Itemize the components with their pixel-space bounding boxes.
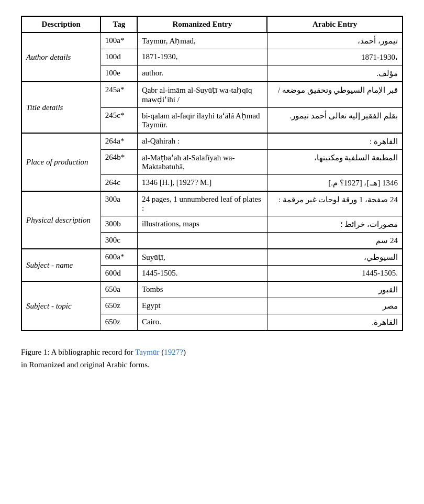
cell-description: Physical description <box>21 191 101 249</box>
cell-romanized: 1871-1930, <box>137 49 267 65</box>
table-header-row: Description Tag Romanized Entry Arabic E… <box>21 16 403 32</box>
cell-arabic: مؤلف. <box>267 65 403 82</box>
cell-arabic: قبر الإمام السيوطي وتحقيق موضعه / <box>267 82 403 108</box>
caption-middle: ( <box>159 348 164 356</box>
cell-arabic: 24 صفحة، 1 ورقة لوحات غير مرقمة : <box>267 191 403 216</box>
table-row: Physical description300a24 pages, 1 unnu… <box>21 191 403 216</box>
cell-arabic: القاهرة : <box>267 133 403 150</box>
cell-romanized: 24 pages, 1 unnumbered leaf of plates : <box>137 191 267 216</box>
cell-tag: 100a* <box>101 32 137 49</box>
bibliographic-table-container: Description Tag Romanized Entry Arabic E… <box>21 16 403 331</box>
cell-tag: 650z <box>101 314 137 331</box>
cell-arabic: المطبعة السلفية ومكتبتها، <box>267 150 403 175</box>
table-row: Author details100a*Taymūr, Aḥmad,تيمور، … <box>21 32 403 49</box>
cell-romanized: author. <box>137 65 267 82</box>
caption-prefix: Figure 1: A bibliographic record for <box>21 348 135 356</box>
cell-romanized: Qabr al-imām al-Suyūṭī wa-taḥqīq mawḍiʻi… <box>137 82 267 108</box>
cell-tag: 100e <box>101 65 137 82</box>
cell-romanized: al-Maṭbaʻah al-Salafīyah wa-Maktabatuhā, <box>137 150 267 175</box>
caption-link-year[interactable]: 1927? <box>164 348 183 356</box>
cell-description: Title details <box>21 82 101 133</box>
cell-arabic: 24 سم <box>267 233 403 249</box>
cell-tag: 264a* <box>101 133 137 150</box>
cell-arabic: تيمور، أحمد، <box>267 32 403 49</box>
cell-romanized: illustrations, maps <box>137 216 267 233</box>
cell-romanized: Tombs <box>137 281 267 298</box>
cell-arabic: السيوطي، <box>267 249 403 266</box>
cell-tag: 245a* <box>101 82 137 108</box>
cell-arabic: 1346 [هـ.]، [1927؟ م.] <box>267 175 403 192</box>
cell-description: Author details <box>21 32 101 82</box>
table-row: Subject - topic650aTombsالقبور <box>21 281 403 298</box>
cell-tag: 264b* <box>101 150 137 175</box>
cell-tag: 300c <box>101 233 137 249</box>
cell-arabic: مصر <box>267 298 403 314</box>
cell-tag: 100d <box>101 49 137 65</box>
cell-romanized: Cairo. <box>137 314 267 331</box>
table-row: Title details245a*Qabr al-imām al-Suyūṭī… <box>21 82 403 108</box>
table-row: Subject - name600a*Suyūṭī,السيوطي، <box>21 249 403 266</box>
cell-description: Place of production <box>21 133 101 191</box>
cell-tag: 650z <box>101 298 137 314</box>
cell-description: Subject - topic <box>21 281 101 331</box>
col-header-romanized: Romanized Entry <box>137 16 267 32</box>
cell-romanized <box>137 233 267 249</box>
col-header-description: Description <box>21 16 101 32</box>
cell-arabic: القبور <box>267 281 403 298</box>
cell-tag: 650a <box>101 281 137 298</box>
cell-romanized: 1445-1505. <box>137 266 267 282</box>
cell-arabic: ،1871-1930 <box>267 49 403 65</box>
col-header-tag: Tag <box>101 16 137 32</box>
caption-suffix: ) <box>183 348 186 356</box>
cell-romanized: Egypt <box>137 298 267 314</box>
cell-arabic: مصورات، خرائط ؛ <box>267 216 403 233</box>
figure-caption: Figure 1: A bibliographic record for Tay… <box>21 346 403 371</box>
cell-romanized: Suyūṭī, <box>137 249 267 266</box>
cell-romanized: 1346 [H.], [1927? M.] <box>137 175 267 192</box>
table-row: Place of production264a*al-Qāhirah :القا… <box>21 133 403 150</box>
caption-link-taymur[interactable]: Taymūr <box>135 348 159 356</box>
bibliographic-table: Description Tag Romanized Entry Arabic E… <box>21 16 403 331</box>
cell-romanized: bi-qalam al-faqīr ilayhi taʻālá Aḥmad Ta… <box>137 108 267 134</box>
cell-tag: 300a <box>101 191 137 216</box>
cell-tag: 245c* <box>101 108 137 134</box>
cell-tag: 264c <box>101 175 137 192</box>
cell-arabic: بقلم الفقير إليه تعالى أحمد تيمور. <box>267 108 403 134</box>
cell-tag: 600a* <box>101 249 137 266</box>
caption-line2: in Romanized and original Arabic forms. <box>21 360 150 369</box>
cell-tag: 600d <box>101 266 137 282</box>
cell-arabic: .1445-1505 <box>267 266 403 282</box>
cell-arabic: القاهرة. <box>267 314 403 331</box>
cell-tag: 300b <box>101 216 137 233</box>
col-header-arabic: Arabic Entry <box>267 16 403 32</box>
cell-romanized: Taymūr, Aḥmad, <box>137 32 267 49</box>
cell-romanized: al-Qāhirah : <box>137 133 267 150</box>
cell-description: Subject - name <box>21 249 101 281</box>
